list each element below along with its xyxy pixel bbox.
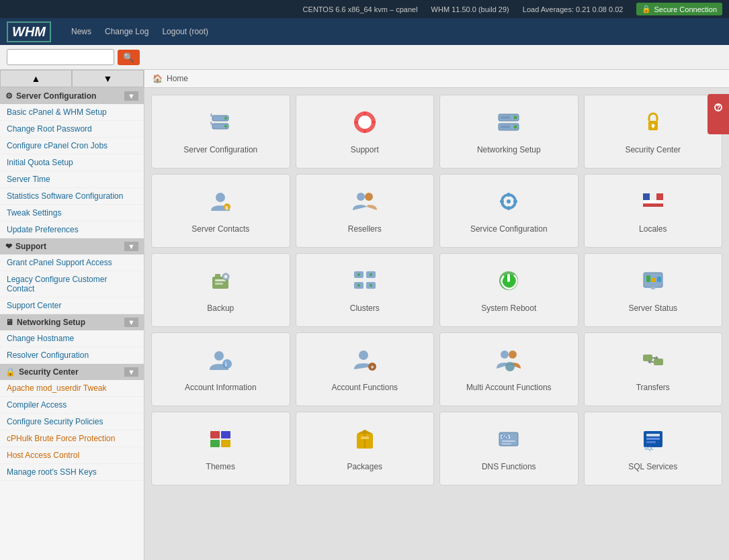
locales-label: Locales xyxy=(639,224,667,234)
service-configuration-tile[interactable]: Service Configuration xyxy=(439,174,578,248)
svg-rect-58 xyxy=(657,277,661,282)
svg-rect-36 xyxy=(643,200,663,203)
top-nav: WHM News Change Log Logout (root) xyxy=(0,18,729,45)
svg-rect-77 xyxy=(221,431,230,438)
networking-setup-label: Networking Setup xyxy=(477,145,541,154)
sql-services-label: SQL Services xyxy=(628,462,677,471)
clusters-tile[interactable]: Clusters xyxy=(296,253,435,327)
grant-cpanel-support-access[interactable]: Grant cPanel Support Access xyxy=(0,254,144,271)
security-center-section-header[interactable]: 🔒Security Center ▼ xyxy=(0,364,144,380)
service-configuration-icon xyxy=(495,188,522,219)
svg-rect-56 xyxy=(646,275,650,282)
server-config-toggle[interactable]: ▼ xyxy=(124,91,138,101)
svg-text:SQL: SQL xyxy=(644,446,654,451)
initial-quota-setup[interactable]: Initial Quota Setup xyxy=(0,154,144,171)
networking-setup-tile[interactable]: Networking Setup xyxy=(439,95,578,169)
manage-root-ssh-keys[interactable]: Manage root's SSH Keys xyxy=(0,464,144,481)
resolver-configuration[interactable]: Resolver Configuration xyxy=(0,347,144,364)
svg-rect-79 xyxy=(221,440,230,447)
news-link[interactable]: News xyxy=(71,27,91,36)
host-access-control[interactable]: Host Access Control xyxy=(0,447,144,464)
multi-account-functions-tile[interactable]: Multi Account Functions xyxy=(439,332,578,406)
svg-rect-34 xyxy=(650,193,656,200)
account-functions-tile[interactable]: + Account Functions xyxy=(296,332,435,406)
svg-point-24 xyxy=(357,193,365,201)
svg-rect-41 xyxy=(215,283,223,285)
compiler-access[interactable]: Compiler Access xyxy=(0,397,144,414)
configure-security-policies[interactable]: Configure Security Policies xyxy=(0,414,144,430)
svg-text:DNS: DNS xyxy=(501,434,511,439)
resellers-label: Resellers xyxy=(348,224,382,234)
dns-functions-tile[interactable]: DNS DNS Functions xyxy=(439,412,578,485)
svg-point-43 xyxy=(224,275,227,278)
transfers-tile[interactable]: Transfers xyxy=(584,332,723,406)
svg-point-67 xyxy=(501,351,509,359)
sql-services-tile[interactable]: SQL SQL Services xyxy=(584,412,723,485)
change-root-password[interactable]: Change Root Password xyxy=(0,121,144,138)
cphulk-brute-force-protection[interactable]: cPHulk Brute Force Protection xyxy=(0,430,144,447)
server-configuration-tile[interactable]: Server Configuration xyxy=(151,95,290,169)
security-center-label: Security Center xyxy=(625,145,681,154)
themes-icon xyxy=(207,426,234,457)
home-label[interactable]: Home xyxy=(167,74,188,83)
account-information-tile[interactable]: i Account Information xyxy=(151,332,290,406)
status-bar: CENTOS 6.6 x86_64 kvm – cpanel WHM 11.50… xyxy=(0,0,729,18)
svg-rect-71 xyxy=(654,359,663,365)
logout-link[interactable]: Logout (root) xyxy=(162,27,208,36)
server-status-icon xyxy=(640,267,667,298)
support-tile[interactable]: Support xyxy=(296,95,435,169)
svg-rect-83 xyxy=(361,436,369,439)
configure-cpanel-cron-jobs[interactable]: Configure cPanel Cron Jobs xyxy=(0,138,144,154)
server-configuration-section-header[interactable]: ⚙Server Configuration ▼ xyxy=(0,88,144,104)
basic-cpanel-whm-setup[interactable]: Basic cPanel & WHM Setup xyxy=(0,104,144,121)
support-toggle[interactable]: ▼ xyxy=(124,242,138,251)
svg-rect-4 xyxy=(210,113,212,117)
update-preferences[interactable]: Update Preferences xyxy=(0,222,144,238)
system-reboot-tile[interactable]: System Reboot xyxy=(439,253,578,327)
svg-rect-54 xyxy=(507,274,510,282)
changelog-link[interactable]: Change Log xyxy=(105,27,148,36)
search-input[interactable] xyxy=(7,49,114,65)
svg-point-21 xyxy=(216,193,225,202)
svg-rect-60 xyxy=(651,287,655,289)
svg-point-69 xyxy=(505,362,515,371)
security-center-tile[interactable]: Security Center xyxy=(584,95,723,169)
lock-icon: 🔒 xyxy=(642,5,651,13)
help-widget[interactable]: ? xyxy=(707,94,729,134)
change-hostname[interactable]: Change Hostname xyxy=(0,330,144,347)
statistics-software-configuration[interactable]: Statistics Software Configuration xyxy=(0,188,144,205)
networking-toggle[interactable]: ▼ xyxy=(124,318,138,327)
svg-point-50 xyxy=(357,284,360,287)
scroll-down-button[interactable]: ▼ xyxy=(72,70,144,87)
support-section-header[interactable]: ❤Support ▼ xyxy=(0,238,144,254)
svg-rect-57 xyxy=(652,278,656,282)
svg-point-27 xyxy=(507,199,511,203)
scroll-up-button[interactable]: ▲ xyxy=(0,70,72,87)
themes-tile[interactable]: Themes xyxy=(151,412,290,485)
networking-setup-section-header[interactable]: 🖥Networking Setup ▼ xyxy=(0,314,144,330)
server-configuration-label: Server Configuration xyxy=(183,145,257,154)
svg-text:$: $ xyxy=(225,205,228,211)
svg-point-25 xyxy=(365,193,373,201)
locales-tile[interactable]: Locales xyxy=(584,174,723,248)
server-config-section-icon: ⚙ xyxy=(5,91,13,101)
dns-functions-icon: DNS xyxy=(495,426,522,457)
server-info: CENTOS 6.6 x86_64 kvm – cpanel xyxy=(303,5,418,13)
server-status-tile[interactable]: Server Status xyxy=(584,253,723,327)
legacy-configure-customer-contact[interactable]: Legacy Configure Customer Contact xyxy=(0,271,144,297)
search-button[interactable]: 🔍 xyxy=(118,50,140,65)
multi-account-functions-icon xyxy=(495,346,522,377)
svg-rect-91 xyxy=(646,438,660,440)
packages-tile[interactable]: Packages xyxy=(296,412,435,485)
tweak-settings[interactable]: Tweak Settings xyxy=(0,205,144,222)
backup-tile[interactable]: Backup xyxy=(151,253,290,327)
server-time[interactable]: Server Time xyxy=(0,171,144,188)
server-contacts-tile[interactable]: $ Server Contacts xyxy=(151,174,290,248)
support-center[interactable]: Support Center xyxy=(0,297,144,314)
support-section-icon: ❤ xyxy=(5,242,12,251)
apache-mod-userdir-tweak[interactable]: Apache mod_userdir Tweak xyxy=(0,380,144,397)
resellers-tile[interactable]: Resellers xyxy=(296,174,435,248)
svg-point-49 xyxy=(370,273,372,276)
svg-point-15 xyxy=(514,126,517,129)
security-toggle[interactable]: ▼ xyxy=(124,367,138,377)
